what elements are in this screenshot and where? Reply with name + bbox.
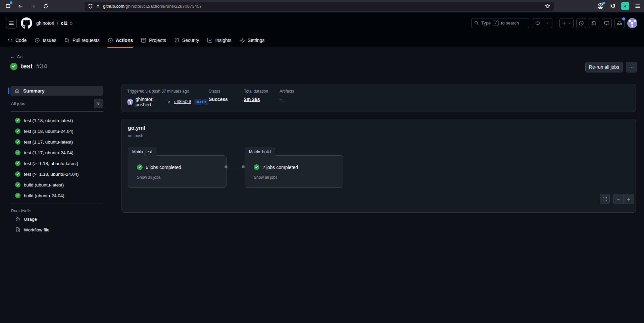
pull-requests-button[interactable] bbox=[589, 18, 599, 28]
home-icon bbox=[14, 88, 20, 94]
zoom-out-button[interactable]: − bbox=[613, 194, 624, 204]
forward-icon bbox=[30, 3, 36, 9]
job-item[interactable]: test (>=1.18, ubuntu-24.04) bbox=[8, 169, 103, 179]
job-item[interactable]: test (>=1.18, ubuntu-latest) bbox=[8, 158, 103, 169]
breadcrumb-repo[interactable]: ci2 bbox=[61, 20, 73, 26]
sidebar-item-usage[interactable]: Usage bbox=[8, 214, 103, 224]
tab-actions[interactable]: Actions bbox=[104, 35, 136, 45]
node-status: 2 jobs completed bbox=[262, 165, 298, 170]
copilot-button[interactable] bbox=[532, 18, 552, 28]
tab-label: Projects bbox=[149, 38, 166, 43]
workflow-node-test[interactable]: Matrix: test 6 jobs completed Show all j… bbox=[128, 155, 227, 188]
run-options-kebab-button[interactable] bbox=[626, 62, 637, 72]
search-input[interactable]: Type / to search bbox=[471, 18, 529, 28]
tab-label: Insights bbox=[215, 38, 231, 43]
browser-extensions-button[interactable] bbox=[608, 1, 617, 11]
back-link[interactable]: ← Go bbox=[10, 54, 22, 59]
repo-name: ci2 bbox=[61, 20, 67, 26]
tab-code[interactable]: Code bbox=[4, 35, 30, 45]
breadcrumb-separator: / bbox=[57, 20, 58, 26]
fit-view-button[interactable] bbox=[600, 194, 610, 204]
check-circle-icon bbox=[15, 161, 20, 166]
browser-tab-button[interactable] bbox=[3, 1, 13, 11]
tab-notification-dot bbox=[10, 1, 12, 4]
breadcrumb: ghinotori / ci2 bbox=[36, 20, 73, 26]
user-avatar[interactable] bbox=[627, 18, 637, 28]
issue-opened-icon bbox=[35, 38, 40, 43]
show-all-jobs-link[interactable]: Show all jobs bbox=[254, 175, 278, 180]
job-item[interactable]: build (ubuntu-24.04) bbox=[8, 190, 103, 201]
create-new-button[interactable] bbox=[559, 18, 574, 28]
reload-icon bbox=[43, 3, 49, 9]
teal-extension-icon bbox=[621, 2, 629, 10]
filter-jobs-button[interactable] bbox=[94, 99, 103, 108]
breadcrumb-owner[interactable]: ghinotori bbox=[36, 20, 54, 26]
github-header: ghinotori / ci2 Type / to search bbox=[0, 12, 644, 34]
tab-issues[interactable]: Issues bbox=[31, 35, 59, 45]
browser-reload-button[interactable] bbox=[41, 1, 50, 11]
copilot-menu-caret[interactable] bbox=[543, 18, 552, 28]
browser-forward-button[interactable] bbox=[28, 1, 38, 11]
zoom-in-button[interactable]: + bbox=[624, 194, 634, 204]
bookmark-star-icon[interactable] bbox=[545, 3, 550, 9]
browser-back-button[interactable] bbox=[15, 1, 25, 11]
repo-nav: Code Issues Pull requests Actions Projec… bbox=[0, 34, 644, 47]
sidebar-item-workflow-file[interactable]: Workflow file bbox=[8, 225, 103, 235]
sidebar-item-summary[interactable]: Summary bbox=[10, 86, 103, 96]
show-all-jobs-link[interactable]: Show all jobs bbox=[137, 175, 161, 180]
sidebar-divider bbox=[11, 111, 103, 112]
tracking-shield-icon bbox=[88, 4, 93, 9]
url-bar[interactable]: github.com/ghinotori/ci2/actions/runs/22… bbox=[85, 2, 554, 11]
check-circle-icon bbox=[15, 182, 20, 187]
plus-icon bbox=[562, 21, 566, 25]
sidebar-divider bbox=[11, 204, 103, 204]
node-tab: Matrix: test bbox=[128, 148, 156, 156]
rerun-all-jobs-button[interactable]: Re-run all jobs bbox=[585, 62, 623, 72]
rerun-label: Re-run all jobs bbox=[589, 64, 619, 70]
workflow-node-build[interactable]: Matrix: build 2 jobs completed Show all … bbox=[245, 155, 343, 188]
check-circle-icon bbox=[15, 118, 20, 123]
tab-pull-requests[interactable]: Pull requests bbox=[61, 35, 103, 45]
duration-column: Total duration 2m 36s bbox=[244, 89, 280, 107]
inbox-icon bbox=[617, 20, 622, 26]
github-logo[interactable] bbox=[21, 17, 32, 29]
global-nav-menu-button[interactable] bbox=[6, 18, 17, 29]
all-jobs-row: All jobs bbox=[11, 99, 103, 108]
job-item[interactable]: test (1.17, ubuntu-24.04) bbox=[8, 147, 103, 158]
duration-value[interactable]: 2m 36s bbox=[244, 97, 280, 102]
gear-icon bbox=[240, 38, 245, 43]
node-tab: Matrix: build bbox=[245, 148, 275, 156]
zoom-control: − + bbox=[613, 194, 634, 204]
file-code-icon bbox=[15, 227, 20, 232]
tab-insights[interactable]: Insights bbox=[204, 35, 235, 45]
tab-settings[interactable]: Settings bbox=[236, 35, 268, 45]
job-label: test (1.17, ubuntu-latest) bbox=[24, 140, 73, 145]
commit-link[interactable]: c089d29 bbox=[174, 100, 191, 104]
workflow-file-label: Workflow file bbox=[24, 227, 49, 232]
graph-icon bbox=[207, 38, 212, 43]
job-item[interactable]: test (1.17, ubuntu-latest) bbox=[8, 137, 103, 147]
job-label: test (1.18, ubuntu-latest) bbox=[24, 118, 73, 123]
actor-avatar[interactable] bbox=[127, 99, 133, 105]
job-item[interactable]: test (1.18, ubuntu-24.04) bbox=[8, 126, 103, 137]
discussions-button[interactable] bbox=[602, 18, 612, 28]
browser-extension-teal-button[interactable] bbox=[621, 1, 630, 11]
branch-badge[interactable]: main bbox=[194, 99, 209, 105]
job-item[interactable]: test (1.18, ubuntu-latest) bbox=[8, 115, 103, 126]
header-divider bbox=[556, 19, 556, 27]
tab-security[interactable]: Security bbox=[171, 35, 203, 45]
stopwatch-icon bbox=[15, 216, 20, 222]
search-placeholder-suffix: to search bbox=[501, 20, 519, 25]
status-column: Status Success bbox=[209, 89, 244, 107]
browser-toolbar: github.com/ghinotori/ci2/actions/runs/22… bbox=[0, 0, 644, 13]
browser-account-button[interactable] bbox=[596, 1, 605, 11]
duration-label: Total duration bbox=[244, 89, 280, 94]
private-lock-icon bbox=[69, 21, 73, 25]
job-item[interactable]: build (ubuntu-latest) bbox=[8, 179, 103, 190]
browser-menu-button[interactable] bbox=[633, 1, 642, 11]
notifications-button[interactable] bbox=[614, 18, 625, 28]
issues-button[interactable] bbox=[576, 18, 586, 28]
back-icon bbox=[17, 3, 23, 9]
tab-projects[interactable]: Projects bbox=[138, 35, 169, 45]
commit-icon bbox=[167, 100, 171, 105]
